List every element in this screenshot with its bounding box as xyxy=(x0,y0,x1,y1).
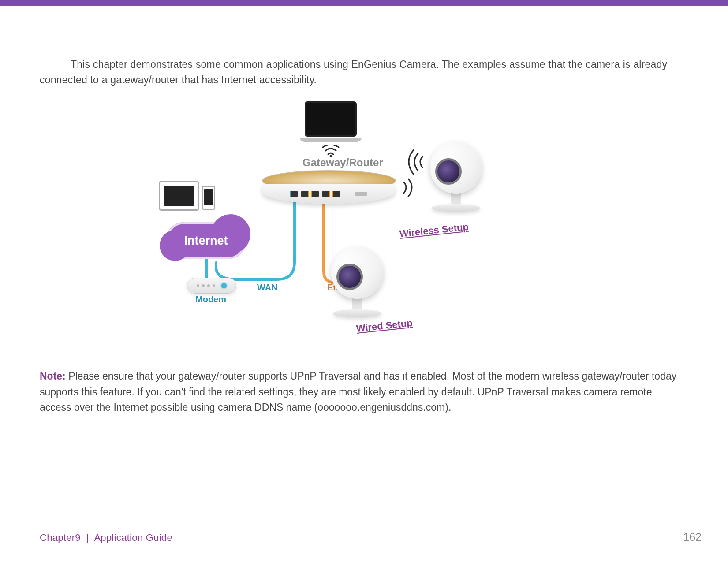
tablet-icon xyxy=(159,181,199,211)
intro-paragraph: This chapter demonstrates some common ap… xyxy=(40,47,682,97)
note-text: Please ensure that your gateway/router s… xyxy=(40,370,676,413)
gateway-router-label: Gateway/Router xyxy=(302,156,383,169)
header-accent-bar xyxy=(0,0,728,6)
intro-text: This chapter demonstrates some common ap… xyxy=(40,59,667,86)
footer-section: Application Guide xyxy=(94,532,172,543)
wireless-camera-icon xyxy=(421,141,491,216)
note-paragraph: Note: Please ensure that your gateway/ro… xyxy=(40,368,682,416)
wan-label: WAN xyxy=(257,283,278,293)
client-devices-icon xyxy=(159,181,215,211)
page-number: 162 xyxy=(683,531,702,543)
footer-chapter: Chapter9 xyxy=(40,532,81,543)
modem-icon xyxy=(187,278,236,294)
network-topology-diagram: Gateway/Router Internet Modem WAN Ethern… xyxy=(150,104,547,355)
footer-breadcrumb: Chapter9 | Application Guide xyxy=(40,532,172,543)
footer-separator: | xyxy=(86,532,89,543)
router-icon xyxy=(262,170,395,209)
note-label: Note: xyxy=(40,370,66,382)
modem-label: Modem xyxy=(195,294,226,305)
wireless-setup-link[interactable]: Wireless Setup xyxy=(399,221,469,240)
wired-camera-icon xyxy=(322,247,392,322)
smartphone-icon xyxy=(202,186,215,210)
laptop-icon xyxy=(300,101,362,145)
internet-label: Internet xyxy=(184,234,228,248)
internet-cloud-icon: Internet xyxy=(166,222,246,259)
